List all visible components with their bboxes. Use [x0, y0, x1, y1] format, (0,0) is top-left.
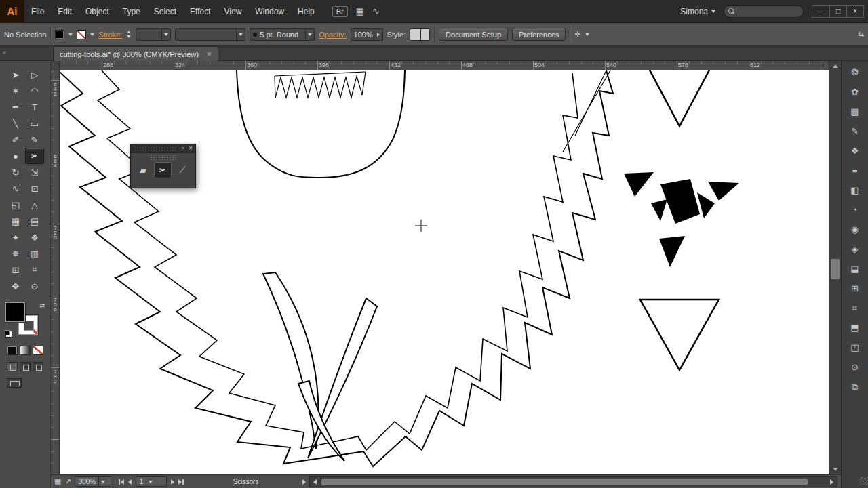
- selection-tool[interactable]: ➤: [6, 66, 25, 83]
- first-artboard-button[interactable]: [119, 479, 124, 485]
- menu-window[interactable]: Window: [248, 0, 291, 23]
- snap-options-icon[interactable]: ✛: [574, 30, 580, 39]
- restore-button[interactable]: □: [829, 6, 846, 17]
- bridge-button[interactable]: Br: [332, 6, 348, 17]
- panel-brushes-icon[interactable]: ✎: [845, 122, 865, 140]
- column-graph-tool[interactable]: ▥: [25, 245, 44, 262]
- panel-transform-icon[interactable]: ⬒: [845, 319, 865, 337]
- step-up-icon[interactable]: [127, 30, 131, 33]
- perspective-grid-tool[interactable]: △: [25, 197, 44, 213]
- arrange-documents-icon[interactable]: ▦: [356, 6, 364, 16]
- scissors-tool[interactable]: ✂: [25, 148, 44, 164]
- output-icon[interactable]: ↗: [64, 477, 71, 486]
- ruler-origin-corner[interactable]: [51, 61, 60, 70]
- scissors-tool[interactable]: ✂: [154, 162, 172, 178]
- stroke-link[interactable]: Stroke:: [98, 30, 122, 39]
- collapse-tools-icon[interactable]: «: [3, 49, 5, 56]
- pencil-tool[interactable]: ✎: [25, 131, 44, 148]
- artboard-tool[interactable]: ⊞: [6, 262, 25, 278]
- panel-swatches-icon[interactable]: ▩: [845, 102, 865, 121]
- workspace-switcher[interactable]: Simona: [680, 7, 715, 16]
- close-button[interactable]: ×: [846, 6, 863, 17]
- ruler-vertical[interactable]: 648684720756792: [51, 70, 60, 474]
- magic-wand-tool[interactable]: ✶: [6, 83, 25, 99]
- document-setup-button[interactable]: Document Setup: [439, 28, 508, 41]
- panel-graphic-styles-icon[interactable]: ◈: [845, 240, 865, 258]
- artboard-canvas[interactable]: [60, 70, 829, 474]
- draw-inside-button[interactable]: [33, 362, 43, 371]
- stroke-chevron-icon[interactable]: [90, 33, 94, 36]
- zoom-tool[interactable]: ⊙: [25, 278, 44, 294]
- fill-color-swatch[interactable]: [55, 30, 64, 39]
- rectangle-tool[interactable]: ▭: [25, 115, 44, 131]
- draw-behind-button[interactable]: [20, 362, 31, 371]
- ruler-horizontal[interactable]: 288324360396432468504540576612: [60, 61, 829, 70]
- panel-color-guide-icon[interactable]: ✿: [845, 83, 865, 101]
- vertical-scroll-thumb[interactable]: [831, 259, 840, 279]
- direct-selection-tool[interactable]: ▷: [25, 66, 44, 83]
- brush-definition-dropdown[interactable]: 5 pt. Round: [250, 28, 315, 41]
- panel-navigator-icon[interactable]: ⊙: [845, 358, 865, 376]
- scroll-up-icon[interactable]: [829, 61, 842, 71]
- color-button[interactable]: [7, 346, 18, 355]
- stroke-width-dropdown[interactable]: [136, 28, 171, 41]
- fill-proxy-swatch[interactable]: [5, 302, 25, 322]
- paintbrush-tool[interactable]: ✐: [6, 131, 25, 148]
- free-transform-tool[interactable]: ⊡: [25, 180, 44, 197]
- symbol-sprayer-tool[interactable]: ✵: [6, 245, 25, 262]
- menu-edit[interactable]: Edit: [51, 0, 79, 23]
- panel-align-icon[interactable]: ⌗: [845, 299, 865, 317]
- status-options-icon[interactable]: [302, 479, 306, 485]
- panel-links-icon[interactable]: ⧉: [845, 378, 865, 396]
- stroke-width-stepper[interactable]: [126, 30, 132, 38]
- vertical-scrollbar[interactable]: [829, 61, 841, 474]
- mesh-tool[interactable]: ▦: [6, 213, 25, 229]
- swap-fill-stroke-icon[interactable]: ⇄: [39, 302, 45, 309]
- horizontal-scrollbar[interactable]: [309, 476, 837, 487]
- default-fill-stroke-icon[interactable]: [5, 331, 12, 338]
- panel-layers-icon[interactable]: ⬓: [845, 260, 865, 278]
- opacity-link[interactable]: Opacity:: [319, 30, 346, 39]
- eraser-tool[interactable]: ▰: [134, 162, 152, 178]
- menu-help[interactable]: Help: [291, 0, 321, 23]
- artboard-grid-icon[interactable]: ▦: [54, 477, 61, 486]
- floating-tool-panel[interactable]: « × ▰✂⟋: [130, 144, 196, 188]
- document-tab[interactable]: cutting-tools.ai* @ 300% (CMYK/Preview) …: [53, 46, 218, 61]
- screen-mode-button[interactable]: [7, 378, 22, 388]
- minimize-button[interactable]: –: [812, 6, 829, 17]
- search-input[interactable]: [738, 7, 799, 16]
- menu-select[interactable]: Select: [147, 0, 183, 23]
- blob-brush-tool[interactable]: ●: [6, 148, 25, 164]
- gradient-button[interactable]: [20, 346, 31, 355]
- menu-view[interactable]: View: [218, 0, 249, 23]
- rotate-tool[interactable]: ↻: [6, 164, 25, 180]
- collapse-panel-icon[interactable]: «: [182, 146, 184, 151]
- knife-tool[interactable]: ⟋: [174, 162, 191, 178]
- panel-pathfinder-icon[interactable]: ◰: [845, 338, 865, 357]
- width-tool[interactable]: ∿: [6, 180, 25, 197]
- previous-artboard-button[interactable]: [128, 479, 132, 485]
- last-artboard-button[interactable]: [178, 479, 184, 485]
- menu-object[interactable]: Object: [79, 0, 116, 23]
- panel-symbols-icon[interactable]: ❖: [845, 142, 865, 160]
- menu-effect[interactable]: Effect: [183, 0, 217, 23]
- scale-tool[interactable]: ⇲: [25, 164, 44, 180]
- gradient-tool[interactable]: ▤: [25, 213, 44, 229]
- search-box[interactable]: [724, 5, 804, 18]
- chevron-down-icon[interactable]: [585, 33, 589, 36]
- scroll-down-icon[interactable]: [829, 464, 842, 474]
- menu-type[interactable]: Type: [116, 0, 147, 23]
- preferences-button[interactable]: Preferences: [512, 28, 566, 41]
- cs-live-icon[interactable]: ∿: [372, 6, 380, 16]
- next-artboard-button[interactable]: [171, 479, 174, 485]
- hand-tool[interactable]: ✥: [6, 278, 25, 294]
- none-button[interactable]: [33, 346, 43, 355]
- opacity-field[interactable]: 100%: [351, 28, 383, 41]
- close-tab-icon[interactable]: ×: [207, 50, 212, 58]
- zoom-dropdown[interactable]: 300%: [75, 476, 111, 487]
- drag-grip[interactable]: [134, 147, 178, 150]
- eyedropper-tool[interactable]: ✦: [6, 229, 25, 245]
- type-tool[interactable]: T: [25, 99, 44, 115]
- close-panel-icon[interactable]: ×: [189, 145, 193, 152]
- panel-gradient-icon[interactable]: ◧: [845, 181, 865, 199]
